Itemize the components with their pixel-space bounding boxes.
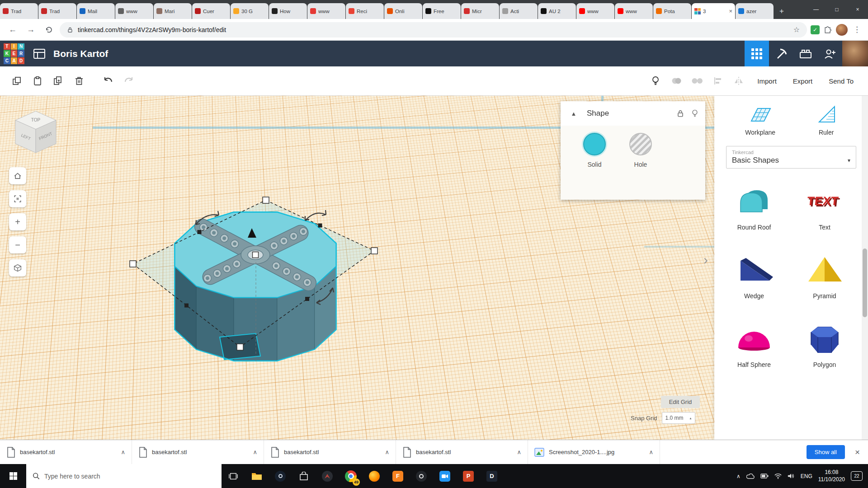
edge-handle[interactable]	[184, 304, 189, 308]
tinkercad-logo[interactable]: TINKERCAD	[4, 43, 24, 64]
address-bar[interactable]: tinkercad.com/things/4V2zArSWy9m-boris-k…	[60, 22, 807, 38]
browser-tab[interactable]: azer	[736, 3, 774, 19]
minimize-button[interactable]: —	[806, 0, 826, 19]
new-tab-button[interactable]: +	[774, 3, 789, 19]
edge-handle[interactable]	[305, 297, 309, 301]
wifi-icon[interactable]	[774, 473, 782, 479]
browser-tab[interactable]: Acti	[500, 3, 538, 19]
browser-tab[interactable]: www	[307, 3, 345, 19]
delete-button[interactable]	[69, 70, 90, 91]
shape-pyramid[interactable]: Pyramid	[804, 253, 845, 300]
browser-tab[interactable]: www	[576, 3, 614, 19]
loom-button[interactable]	[410, 464, 433, 488]
shape-round-roof[interactable]: Round Roof	[733, 184, 775, 231]
browser-tab[interactable]: Micr	[461, 3, 499, 19]
chrome-button[interactable]: 49	[339, 464, 363, 488]
solid-swatch[interactable]	[583, 133, 606, 155]
browser-tab[interactable]: Mail	[77, 3, 115, 19]
browser-tab[interactable]: www	[115, 3, 153, 19]
align-button[interactable]	[708, 70, 728, 91]
battery-icon[interactable]	[760, 474, 769, 479]
duplicate-button[interactable]	[48, 70, 69, 91]
forward-button[interactable]: →	[24, 23, 38, 37]
chevron-up-icon[interactable]: ∧	[253, 449, 257, 455]
blocks-view-button[interactable]	[745, 41, 769, 66]
shape-text[interactable]: TEXT TEXT Text	[804, 184, 845, 231]
perspective-toggle-button[interactable]	[9, 259, 26, 277]
fit-view-button[interactable]	[9, 190, 26, 207]
browser-menu-icon[interactable]: ⋮	[851, 25, 863, 34]
cloud-icon[interactable]	[746, 474, 755, 479]
copy-button[interactable]	[6, 70, 27, 91]
browser-tab[interactable]: Onli	[384, 3, 422, 19]
browser-tab[interactable]: Free	[423, 3, 461, 19]
show-hidden-button[interactable]	[645, 70, 666, 91]
browser-tab[interactable]: Cuer	[192, 3, 230, 19]
scale-handle[interactable]	[263, 197, 269, 203]
browser-tab-active[interactable]: 3 ×	[692, 3, 735, 19]
solid-option[interactable]: Solid	[583, 133, 606, 200]
send-to-button[interactable]: Send To	[821, 73, 862, 89]
hole-swatch[interactable]	[629, 133, 652, 155]
edge-handle[interactable]	[318, 224, 322, 228]
shape-half-sphere[interactable]: Half Sphere	[733, 321, 775, 368]
undo-button[interactable]	[98, 70, 118, 91]
chevron-up-icon[interactable]: ∧	[385, 449, 389, 455]
edge-handle[interactable]	[198, 230, 202, 234]
lock-icon[interactable]	[676, 109, 684, 118]
camera-app-button[interactable]	[433, 464, 457, 488]
zoom-in-button[interactable]: +	[9, 213, 26, 230]
scale-handle[interactable]	[371, 248, 377, 254]
chevron-up-icon[interactable]: ∧	[649, 449, 653, 455]
download-item[interactable]: basekartof.stl ∧	[264, 440, 396, 464]
browser-tab[interactable]: www	[615, 3, 653, 19]
edit-grid-button[interactable]: Edit Grid	[661, 396, 700, 408]
search-input[interactable]	[44, 473, 215, 480]
browser-tab[interactable]: 30 G	[231, 3, 269, 19]
bookmark-star-icon[interactable]: ☆	[793, 25, 800, 34]
import-button[interactable]: Import	[749, 73, 785, 89]
download-item[interactable]: basekartof.stl ∧	[132, 440, 264, 464]
scrollbar-thumb[interactable]	[863, 249, 867, 317]
home-view-button[interactable]	[9, 167, 26, 184]
browser-tab[interactable]: Mari	[154, 3, 192, 19]
view-cube[interactable]: TOP LEFT FRONT	[10, 107, 62, 159]
url-text[interactable]: tinkercad.com/things/4V2zArSWy9m-boris-k…	[78, 26, 789, 33]
design-menu-icon[interactable]	[29, 48, 50, 59]
export-button[interactable]: Export	[785, 73, 821, 89]
chevron-up-icon[interactable]: ∧	[517, 449, 521, 455]
volume-icon[interactable]	[788, 473, 795, 479]
browser-tab[interactable]: Pota	[653, 3, 691, 19]
rotation-arrow[interactable]	[305, 210, 326, 221]
maximize-button[interactable]: □	[826, 0, 847, 19]
steam-button[interactable]	[269, 464, 292, 488]
brick-export-button[interactable]	[793, 41, 818, 66]
shape-library-select[interactable]: Tinkercad Basic Shapes ▾	[726, 146, 856, 169]
app-d-button[interactable]: D	[480, 464, 504, 488]
browser-tab[interactable]: Reci	[346, 3, 384, 19]
action-center-button[interactable]: 22	[851, 471, 863, 481]
scale-handle[interactable]	[237, 344, 243, 350]
center-handle[interactable]	[253, 252, 259, 258]
tray-expand-chevron[interactable]: ∧	[736, 473, 741, 479]
file-explorer-button[interactable]	[245, 464, 269, 488]
show-all-downloads-button[interactable]: Show all	[807, 445, 845, 459]
lightbulb-icon[interactable]	[691, 108, 699, 118]
panel-collapse-button[interactable]: ▲	[567, 107, 580, 120]
back-button[interactable]: ←	[5, 23, 20, 37]
download-item[interactable]: basekartof.stl ∧	[0, 440, 132, 464]
redo-button[interactable]	[118, 70, 139, 91]
extensions-puzzle-icon[interactable]	[823, 25, 832, 34]
store-button[interactable]	[292, 464, 316, 488]
ungroup-button[interactable]	[687, 70, 708, 91]
fusion-button[interactable]: F	[386, 464, 410, 488]
snap-grid-select[interactable]: 1.0 mm ▴	[662, 412, 695, 424]
download-item[interactable]: Screenshot_2020-1....jpg ∧	[528, 440, 660, 464]
tab-close-icon[interactable]: ×	[729, 8, 732, 14]
close-button[interactable]: ×	[847, 0, 868, 19]
reload-button[interactable]	[42, 23, 56, 37]
group-button[interactable]	[666, 70, 687, 91]
browser-profile-avatar[interactable]	[836, 24, 848, 36]
taskbar-clock[interactable]: 16:08 11/10/2020	[818, 469, 845, 483]
minecraft-export-button[interactable]	[769, 41, 793, 66]
